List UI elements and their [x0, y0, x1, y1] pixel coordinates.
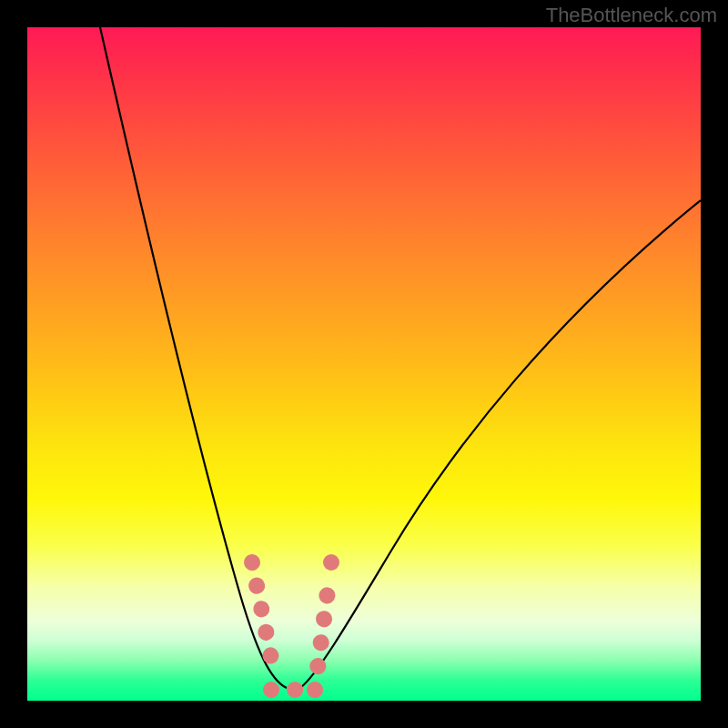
chart-svg	[27, 27, 701, 701]
watermark-text: TheBottleneck.com	[546, 4, 717, 27]
dotted-marker-left	[252, 562, 272, 662]
dotted-marker-extra	[323, 554, 339, 571]
chart-plot-area	[27, 27, 701, 701]
dotted-marker-right	[315, 592, 328, 690]
right-curve	[300, 200, 701, 688]
